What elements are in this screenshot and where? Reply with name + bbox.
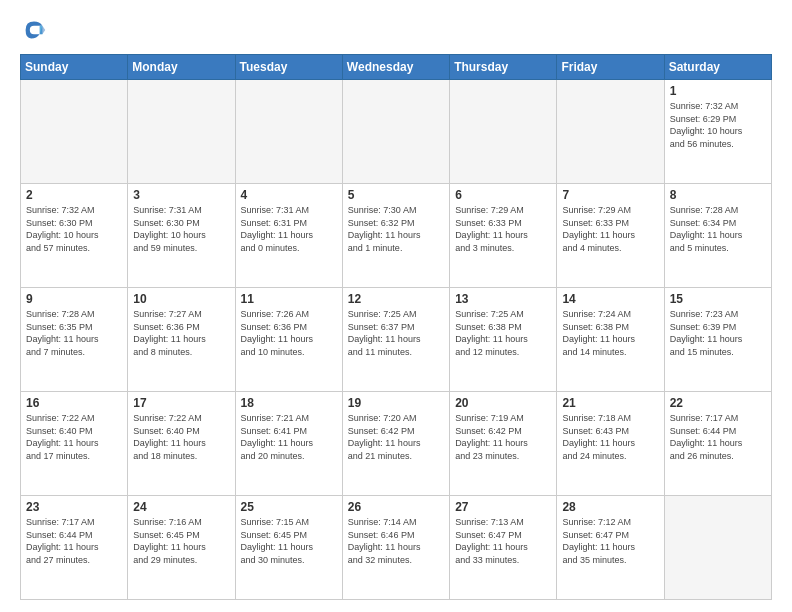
day-number: 14	[562, 292, 658, 306]
day-info: Sunrise: 7:22 AM Sunset: 6:40 PM Dayligh…	[133, 412, 229, 462]
calendar-header-friday: Friday	[557, 55, 664, 80]
day-number: 10	[133, 292, 229, 306]
calendar-day: 19Sunrise: 7:20 AM Sunset: 6:42 PM Dayli…	[342, 392, 449, 496]
calendar-day	[21, 80, 128, 184]
calendar-day: 28Sunrise: 7:12 AM Sunset: 6:47 PM Dayli…	[557, 496, 664, 600]
day-number: 2	[26, 188, 122, 202]
day-number: 6	[455, 188, 551, 202]
day-number: 19	[348, 396, 444, 410]
day-info: Sunrise: 7:15 AM Sunset: 6:45 PM Dayligh…	[241, 516, 337, 566]
day-number: 13	[455, 292, 551, 306]
calendar-week-4: 16Sunrise: 7:22 AM Sunset: 6:40 PM Dayli…	[21, 392, 772, 496]
day-info: Sunrise: 7:18 AM Sunset: 6:43 PM Dayligh…	[562, 412, 658, 462]
day-info: Sunrise: 7:24 AM Sunset: 6:38 PM Dayligh…	[562, 308, 658, 358]
calendar-header-tuesday: Tuesday	[235, 55, 342, 80]
day-number: 21	[562, 396, 658, 410]
calendar-week-1: 1Sunrise: 7:32 AM Sunset: 6:29 PM Daylig…	[21, 80, 772, 184]
day-info: Sunrise: 7:25 AM Sunset: 6:37 PM Dayligh…	[348, 308, 444, 358]
calendar-day: 1Sunrise: 7:32 AM Sunset: 6:29 PM Daylig…	[664, 80, 771, 184]
day-number: 7	[562, 188, 658, 202]
day-info: Sunrise: 7:21 AM Sunset: 6:41 PM Dayligh…	[241, 412, 337, 462]
day-info: Sunrise: 7:17 AM Sunset: 6:44 PM Dayligh…	[26, 516, 122, 566]
calendar-day	[235, 80, 342, 184]
calendar-header-thursday: Thursday	[450, 55, 557, 80]
calendar-day: 5Sunrise: 7:30 AM Sunset: 6:32 PM Daylig…	[342, 184, 449, 288]
day-number: 12	[348, 292, 444, 306]
day-number: 25	[241, 500, 337, 514]
day-number: 24	[133, 500, 229, 514]
day-info: Sunrise: 7:23 AM Sunset: 6:39 PM Dayligh…	[670, 308, 766, 358]
calendar-day: 14Sunrise: 7:24 AM Sunset: 6:38 PM Dayli…	[557, 288, 664, 392]
calendar-day: 7Sunrise: 7:29 AM Sunset: 6:33 PM Daylig…	[557, 184, 664, 288]
calendar-day: 6Sunrise: 7:29 AM Sunset: 6:33 PM Daylig…	[450, 184, 557, 288]
calendar-day: 12Sunrise: 7:25 AM Sunset: 6:37 PM Dayli…	[342, 288, 449, 392]
day-info: Sunrise: 7:30 AM Sunset: 6:32 PM Dayligh…	[348, 204, 444, 254]
calendar-day: 8Sunrise: 7:28 AM Sunset: 6:34 PM Daylig…	[664, 184, 771, 288]
day-info: Sunrise: 7:25 AM Sunset: 6:38 PM Dayligh…	[455, 308, 551, 358]
day-info: Sunrise: 7:29 AM Sunset: 6:33 PM Dayligh…	[455, 204, 551, 254]
day-info: Sunrise: 7:28 AM Sunset: 6:34 PM Dayligh…	[670, 204, 766, 254]
calendar-day: 25Sunrise: 7:15 AM Sunset: 6:45 PM Dayli…	[235, 496, 342, 600]
calendar-day	[664, 496, 771, 600]
calendar-header-saturday: Saturday	[664, 55, 771, 80]
calendar-day: 20Sunrise: 7:19 AM Sunset: 6:42 PM Dayli…	[450, 392, 557, 496]
calendar-week-5: 23Sunrise: 7:17 AM Sunset: 6:44 PM Dayli…	[21, 496, 772, 600]
calendar-day: 11Sunrise: 7:26 AM Sunset: 6:36 PM Dayli…	[235, 288, 342, 392]
calendar-day	[450, 80, 557, 184]
calendar-header-monday: Monday	[128, 55, 235, 80]
day-number: 22	[670, 396, 766, 410]
calendar-day: 24Sunrise: 7:16 AM Sunset: 6:45 PM Dayli…	[128, 496, 235, 600]
day-number: 27	[455, 500, 551, 514]
calendar-day: 23Sunrise: 7:17 AM Sunset: 6:44 PM Dayli…	[21, 496, 128, 600]
day-info: Sunrise: 7:31 AM Sunset: 6:31 PM Dayligh…	[241, 204, 337, 254]
calendar-header-sunday: Sunday	[21, 55, 128, 80]
day-info: Sunrise: 7:20 AM Sunset: 6:42 PM Dayligh…	[348, 412, 444, 462]
day-number: 4	[241, 188, 337, 202]
calendar-header-wednesday: Wednesday	[342, 55, 449, 80]
day-info: Sunrise: 7:32 AM Sunset: 6:29 PM Dayligh…	[670, 100, 766, 150]
calendar-week-3: 9Sunrise: 7:28 AM Sunset: 6:35 PM Daylig…	[21, 288, 772, 392]
header	[20, 16, 772, 44]
calendar-week-2: 2Sunrise: 7:32 AM Sunset: 6:30 PM Daylig…	[21, 184, 772, 288]
calendar-day: 18Sunrise: 7:21 AM Sunset: 6:41 PM Dayli…	[235, 392, 342, 496]
day-info: Sunrise: 7:17 AM Sunset: 6:44 PM Dayligh…	[670, 412, 766, 462]
day-info: Sunrise: 7:13 AM Sunset: 6:47 PM Dayligh…	[455, 516, 551, 566]
calendar-day: 17Sunrise: 7:22 AM Sunset: 6:40 PM Dayli…	[128, 392, 235, 496]
calendar-day: 21Sunrise: 7:18 AM Sunset: 6:43 PM Dayli…	[557, 392, 664, 496]
logo-icon	[20, 16, 48, 44]
day-info: Sunrise: 7:31 AM Sunset: 6:30 PM Dayligh…	[133, 204, 229, 254]
logo	[20, 16, 52, 44]
calendar-day: 16Sunrise: 7:22 AM Sunset: 6:40 PM Dayli…	[21, 392, 128, 496]
calendar-day: 27Sunrise: 7:13 AM Sunset: 6:47 PM Dayli…	[450, 496, 557, 600]
calendar-day: 2Sunrise: 7:32 AM Sunset: 6:30 PM Daylig…	[21, 184, 128, 288]
calendar-day	[557, 80, 664, 184]
day-number: 3	[133, 188, 229, 202]
calendar-day: 15Sunrise: 7:23 AM Sunset: 6:39 PM Dayli…	[664, 288, 771, 392]
calendar-day: 4Sunrise: 7:31 AM Sunset: 6:31 PM Daylig…	[235, 184, 342, 288]
day-number: 15	[670, 292, 766, 306]
day-info: Sunrise: 7:12 AM Sunset: 6:47 PM Dayligh…	[562, 516, 658, 566]
day-number: 23	[26, 500, 122, 514]
calendar-table: SundayMondayTuesdayWednesdayThursdayFrid…	[20, 54, 772, 600]
day-number: 17	[133, 396, 229, 410]
day-info: Sunrise: 7:27 AM Sunset: 6:36 PM Dayligh…	[133, 308, 229, 358]
day-number: 11	[241, 292, 337, 306]
day-number: 9	[26, 292, 122, 306]
day-info: Sunrise: 7:32 AM Sunset: 6:30 PM Dayligh…	[26, 204, 122, 254]
calendar-header-row: SundayMondayTuesdayWednesdayThursdayFrid…	[21, 55, 772, 80]
day-info: Sunrise: 7:16 AM Sunset: 6:45 PM Dayligh…	[133, 516, 229, 566]
calendar-day: 26Sunrise: 7:14 AM Sunset: 6:46 PM Dayli…	[342, 496, 449, 600]
calendar-day: 22Sunrise: 7:17 AM Sunset: 6:44 PM Dayli…	[664, 392, 771, 496]
day-info: Sunrise: 7:28 AM Sunset: 6:35 PM Dayligh…	[26, 308, 122, 358]
day-info: Sunrise: 7:29 AM Sunset: 6:33 PM Dayligh…	[562, 204, 658, 254]
day-info: Sunrise: 7:19 AM Sunset: 6:42 PM Dayligh…	[455, 412, 551, 462]
day-number: 1	[670, 84, 766, 98]
day-number: 28	[562, 500, 658, 514]
day-number: 16	[26, 396, 122, 410]
day-number: 18	[241, 396, 337, 410]
day-info: Sunrise: 7:14 AM Sunset: 6:46 PM Dayligh…	[348, 516, 444, 566]
day-number: 5	[348, 188, 444, 202]
calendar-day: 9Sunrise: 7:28 AM Sunset: 6:35 PM Daylig…	[21, 288, 128, 392]
day-number: 8	[670, 188, 766, 202]
calendar-day	[128, 80, 235, 184]
